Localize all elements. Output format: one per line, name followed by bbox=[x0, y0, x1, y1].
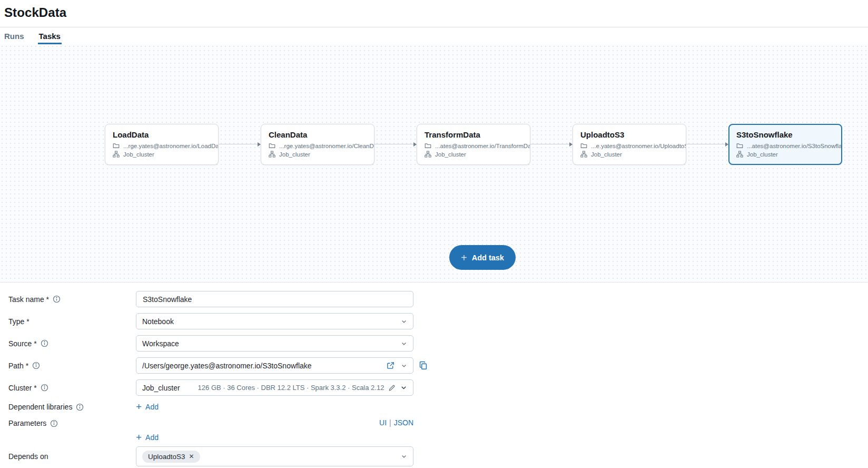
cluster-row: Cluster * Job_cluster 126 GB · 36 Cores … bbox=[8, 379, 868, 396]
task-card-path: ...ates@astronomer.io/TransformData bbox=[435, 143, 530, 149]
parameters-ui-link[interactable]: UI bbox=[379, 418, 387, 427]
depends-on-chip: UploadtoS3 ✕ bbox=[142, 451, 200, 463]
type-select-value: Notebook bbox=[142, 317, 174, 326]
task-card-path: ...rge.yates@astronomer.io/LoadData bbox=[123, 143, 219, 149]
type-label: Type * bbox=[8, 317, 29, 326]
task-card-cluster: Job_cluster bbox=[123, 151, 154, 158]
plus-icon: + bbox=[136, 402, 142, 412]
task-card-cluster: Job_cluster bbox=[591, 151, 622, 158]
task-card-uploadtos3[interactable]: UploadtoS3 ...e.yates@astronomer.io/Uplo… bbox=[573, 124, 686, 165]
task-card-title: UploadtoS3 bbox=[580, 130, 678, 139]
add-task-label: Add task bbox=[472, 253, 504, 262]
type-row: Type * Notebook bbox=[8, 313, 868, 329]
task-connector bbox=[530, 124, 573, 165]
task-name-input[interactable] bbox=[136, 291, 413, 307]
dag-canvas[interactable]: LoadData ...rge.yates@astronomer.io/Load… bbox=[0, 44, 868, 282]
task-card-path: ...ates@astronomer.io/S3toSnowflake bbox=[747, 143, 842, 149]
job-tasks-page: StockData Runs Tasks LoadData ...rge.yat… bbox=[0, 0, 868, 468]
info-icon[interactable] bbox=[50, 420, 58, 427]
info-icon[interactable] bbox=[53, 295, 61, 303]
add-task-button[interactable]: + Add task bbox=[449, 245, 516, 270]
remove-dependency-icon[interactable]: ✕ bbox=[189, 453, 194, 460]
cluster-icon bbox=[269, 151, 275, 158]
parameters-mode-switch: UI | JSON bbox=[136, 418, 413, 427]
source-label: Source * bbox=[8, 339, 37, 348]
source-label-group: Source * bbox=[8, 339, 136, 348]
task-card-cluster: Job_cluster bbox=[279, 151, 310, 158]
task-name-label: Task name * bbox=[8, 295, 49, 304]
folder-icon bbox=[269, 142, 275, 149]
task-connector bbox=[219, 124, 261, 165]
path-input[interactable]: /Users/george.yates@astronomer.io/S3toSn… bbox=[136, 357, 413, 374]
task-connector bbox=[374, 124, 417, 165]
task-card-cleandata[interactable]: CleanData ...rge.yates@astronomer.io/Cle… bbox=[261, 124, 374, 165]
cluster-label: Cluster * bbox=[8, 384, 37, 392]
cluster-icon bbox=[736, 151, 743, 158]
add-library-label: Add bbox=[145, 403, 159, 411]
parameters-json-link[interactable]: JSON bbox=[394, 418, 413, 427]
add-parameter-label: Add bbox=[145, 433, 159, 442]
task-card-cluster: Job_cluster bbox=[747, 151, 778, 158]
dag-task-row: LoadData ...rge.yates@astronomer.io/Load… bbox=[105, 124, 842, 165]
task-name-label-group: Task name * bbox=[8, 295, 136, 304]
source-row: Source * Workspace bbox=[8, 335, 868, 352]
depends-on-select[interactable]: UploadtoS3 ✕ bbox=[136, 446, 413, 466]
path-dropdown-toggle[interactable] bbox=[401, 363, 407, 369]
source-select[interactable]: Workspace bbox=[136, 335, 413, 352]
page-title: StockData bbox=[0, 0, 868, 20]
cluster-select[interactable]: Job_cluster 126 GB · 36 Cores · DBR 12.2… bbox=[136, 379, 413, 396]
depends-on-label: Depends on bbox=[8, 452, 48, 461]
chevron-down-icon bbox=[401, 340, 407, 347]
task-card-title: S3toSnowflake bbox=[736, 130, 834, 139]
path-label-group: Path * bbox=[8, 362, 136, 370]
folder-icon bbox=[113, 142, 120, 149]
cluster-details: 126 GB · 36 Cores · DBR 12.2 LTS · Spark… bbox=[198, 384, 384, 392]
plus-icon: + bbox=[136, 432, 142, 442]
task-card-title: CleanData bbox=[269, 130, 367, 139]
info-icon[interactable] bbox=[41, 384, 48, 392]
path-label: Path * bbox=[8, 362, 28, 370]
info-icon[interactable] bbox=[32, 362, 40, 369]
dependent-libraries-row: Dependent libraries + Add bbox=[8, 402, 868, 412]
parameters-label: Parameters bbox=[8, 419, 46, 427]
task-card-s3tosnowflake[interactable]: S3toSnowflake ...ates@astronomer.io/S3to… bbox=[728, 124, 842, 165]
cluster-label-group: Cluster * bbox=[8, 384, 136, 392]
parameters-row: Parameters UI | JSON + Add bbox=[8, 418, 868, 443]
path-field-group: /Users/george.yates@astronomer.io/S3toSn… bbox=[136, 357, 428, 374]
cluster-select-value: Job_cluster bbox=[142, 384, 180, 392]
copy-icon bbox=[419, 361, 428, 370]
page-header: StockData bbox=[0, 0, 868, 27]
task-card-transformdata[interactable]: TransformData ...ates@astronomer.io/Tran… bbox=[417, 124, 530, 165]
edit-cluster-button[interactable] bbox=[388, 384, 396, 392]
tab-tasks[interactable]: Tasks bbox=[39, 27, 61, 44]
chevron-down-icon bbox=[401, 363, 407, 369]
copy-path-button[interactable] bbox=[419, 361, 428, 370]
dependent-libraries-label-group: Dependent libraries bbox=[8, 403, 136, 411]
external-link-icon bbox=[387, 362, 394, 369]
cluster-icon bbox=[580, 151, 587, 158]
type-select[interactable]: Notebook bbox=[136, 313, 413, 329]
add-library-button[interactable]: + Add bbox=[136, 402, 159, 412]
folder-icon bbox=[736, 142, 743, 149]
chevron-down-icon bbox=[401, 453, 407, 460]
path-value: /Users/george.yates@astronomer.io/S3toSn… bbox=[142, 362, 380, 370]
cluster-icon bbox=[113, 151, 120, 158]
chevron-down-icon bbox=[401, 318, 407, 325]
folder-icon bbox=[425, 142, 431, 149]
dependent-libraries-label: Dependent libraries bbox=[8, 403, 72, 411]
parameters-label-group: Parameters bbox=[8, 418, 136, 427]
info-icon[interactable] bbox=[41, 339, 48, 347]
folder-icon bbox=[580, 142, 587, 149]
task-card-loaddata[interactable]: LoadData ...rge.yates@astronomer.io/Load… bbox=[105, 124, 219, 165]
task-connector bbox=[686, 124, 728, 165]
add-parameter-button[interactable]: + Add bbox=[136, 432, 159, 442]
source-select-value: Workspace bbox=[142, 339, 179, 348]
tab-bar: Runs Tasks bbox=[0, 27, 868, 44]
tab-runs[interactable]: Runs bbox=[4, 27, 24, 44]
depends-on-chip-label: UploadtoS3 bbox=[148, 453, 185, 461]
open-in-new-button[interactable] bbox=[387, 362, 394, 369]
chevron-down-icon bbox=[400, 384, 407, 391]
info-icon[interactable] bbox=[76, 403, 84, 411]
cluster-icon bbox=[425, 151, 431, 158]
task-card-path: ...rge.yates@astronomer.io/CleanData bbox=[279, 143, 374, 149]
